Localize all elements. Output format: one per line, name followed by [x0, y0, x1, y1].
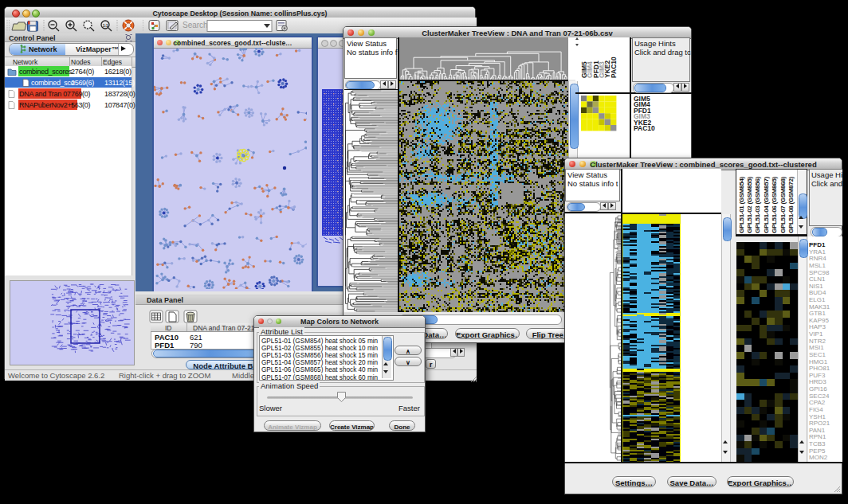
svg-text:Search:: Search:: [183, 21, 210, 29]
svg-text:1:1: 1:1: [103, 24, 108, 28]
